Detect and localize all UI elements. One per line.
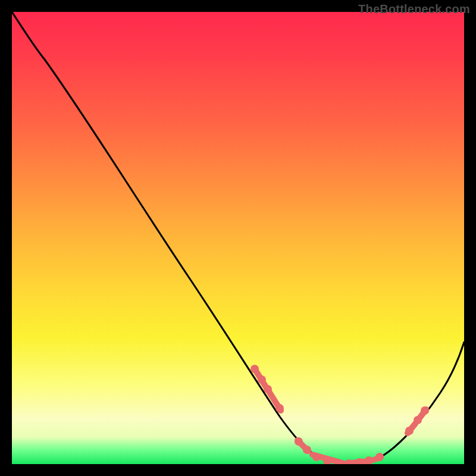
pt-4 xyxy=(275,404,284,412)
pt-13 xyxy=(375,453,384,461)
bottleneck-curve-path xyxy=(12,12,464,464)
pt-3 xyxy=(264,385,272,393)
branding-watermark: TheBottleneck.com xyxy=(358,2,470,16)
pt-15 xyxy=(414,416,422,424)
curve-svg xyxy=(12,12,464,464)
plot-area xyxy=(12,12,464,464)
pt-5 xyxy=(295,437,303,446)
pt-14 xyxy=(405,427,414,435)
pt-16 xyxy=(421,406,429,415)
pt-2 xyxy=(258,375,266,384)
pt-7 xyxy=(312,453,321,461)
pt-1 xyxy=(250,365,259,373)
chart-frame: TheBottleneck.com xyxy=(0,0,476,476)
pt-12 xyxy=(365,456,373,464)
pt-6 xyxy=(303,446,311,454)
